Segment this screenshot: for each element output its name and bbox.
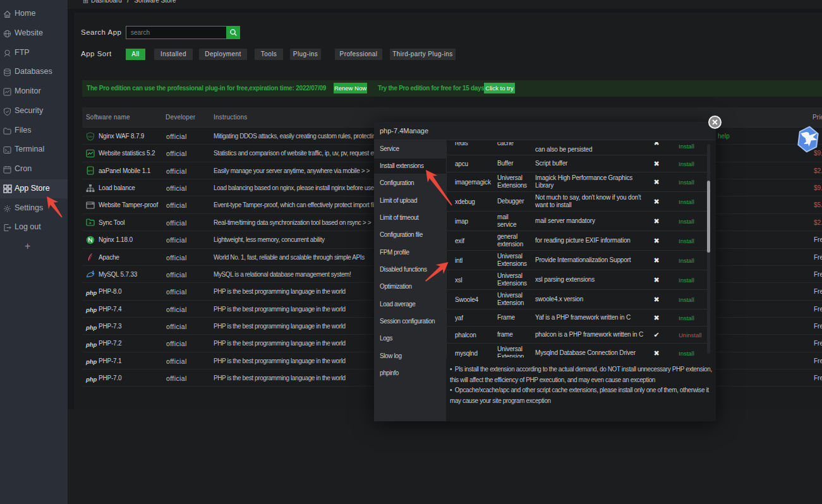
svg-text:APP: APP (88, 170, 93, 172)
svg-text:WAF: WAF (88, 135, 94, 138)
